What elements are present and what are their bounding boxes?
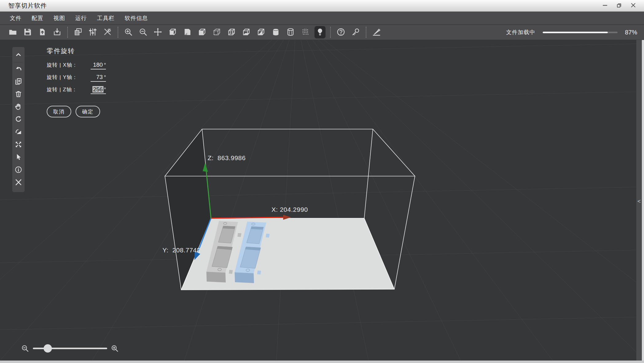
cylinder-solid-button[interactable] [270, 26, 281, 38]
degree-symbol: ° [104, 87, 106, 92]
menu-item-5[interactable]: 工具栏 [97, 14, 115, 22]
cancel-button[interactable]: 取消 [47, 106, 71, 117]
loading-progress-fill [543, 32, 608, 33]
delete-button[interactable] [13, 88, 24, 101]
export-model-icon [53, 27, 62, 37]
close-button[interactable] [629, 2, 638, 10]
adjust-params-button[interactable] [87, 26, 98, 38]
help-button[interactable] [335, 26, 346, 38]
restore-icon [616, 2, 623, 10]
slice-brush-button[interactable] [371, 26, 382, 38]
light-button[interactable] [314, 26, 326, 38]
rotation-row-z: 旋转 | Z轴 :256° [47, 86, 127, 98]
view-flip-button[interactable] [182, 26, 193, 38]
bottom-edge-strip [0, 361, 644, 363]
toolbar: 文件加载中 87% [0, 25, 644, 40]
menu-item-6[interactable]: 软件信息 [125, 14, 148, 22]
toolbar-group-2 [72, 26, 113, 38]
confirm-button[interactable]: 确定 [76, 106, 100, 117]
view-solid-icon [168, 27, 177, 37]
mirror-rotate-icon [14, 128, 22, 137]
view-dotted-icon [212, 27, 221, 37]
export-model-button[interactable] [52, 26, 63, 38]
panel-collapse-chevron[interactable]: < [637, 198, 641, 205]
file-loading-indicator: 文件加载中 87% [506, 29, 644, 36]
fit-view-icon [14, 140, 22, 149]
view-section-icon [256, 27, 266, 37]
view-bottom-button[interactable] [241, 26, 252, 38]
menu-item-4[interactable]: 运行 [75, 14, 87, 22]
view-dotted-button[interactable] [211, 26, 222, 38]
view-hidden-button[interactable] [226, 26, 237, 38]
window-controls [600, 2, 644, 10]
view-solid-button[interactable] [167, 26, 178, 38]
zoom-out-icon[interactable] [21, 344, 29, 354]
fit-view-button[interactable] [13, 139, 24, 151]
menu-item-1[interactable]: 文件 [10, 14, 21, 22]
right-panel-edge [642, 40, 644, 361]
select-cursor-button[interactable] [13, 151, 24, 164]
key-button[interactable] [350, 26, 361, 38]
cylinder-wireframe-icon [286, 27, 295, 37]
mirror-rotate-button[interactable] [13, 126, 24, 139]
undo-icon [14, 65, 22, 74]
rotate-button[interactable] [13, 113, 24, 126]
rotation-field-z[interactable]: 256° [91, 86, 106, 94]
slice-brush-icon [372, 27, 381, 37]
open-file-button[interactable] [7, 26, 18, 38]
toolbar-separator [118, 27, 118, 38]
degree-symbol: ° [104, 62, 106, 68]
move-model-button[interactable] [152, 26, 163, 38]
undo-button[interactable] [13, 63, 24, 76]
zoom-in-icon[interactable] [111, 344, 119, 354]
zoom-slider-handle[interactable] [44, 344, 52, 353]
rotation-field-x[interactable]: 180° [91, 61, 106, 69]
duplicate-button[interactable] [13, 76, 24, 88]
select-cursor-icon [14, 153, 22, 162]
repair-button[interactable] [13, 176, 24, 189]
light-icon [315, 27, 325, 37]
key-icon [351, 27, 360, 37]
rotation-value-x[interactable]: 180 [92, 61, 103, 68]
zoom-out-button[interactable] [138, 26, 149, 38]
import-model-button[interactable] [37, 26, 48, 38]
point-cloud-button[interactable] [300, 26, 311, 38]
toolbar-group-3 [123, 26, 326, 38]
restore-button[interactable] [615, 2, 624, 10]
rotation-field-y[interactable]: 73° [91, 74, 106, 82]
rotation-value-z[interactable]: 256 [92, 86, 103, 93]
cylinder-wireframe-button[interactable] [285, 26, 296, 38]
rotation-label-x: 旋转 | X轴 : [47, 61, 88, 69]
toolbar-group-5 [371, 26, 382, 38]
side-toolbar [12, 47, 25, 192]
view-face-button[interactable] [197, 26, 208, 38]
save-file-button[interactable] [22, 26, 33, 38]
delete-icon [14, 90, 22, 99]
close-icon [630, 2, 637, 10]
side-toolbar-separator [14, 62, 23, 62]
help-icon [336, 27, 345, 37]
view-hidden-icon [227, 27, 236, 37]
collapse-up-button[interactable] [13, 49, 24, 61]
menu-item-3[interactable]: 视图 [53, 14, 65, 22]
viewport-zoom-control [21, 342, 120, 355]
copy-plate-button[interactable] [72, 26, 84, 38]
tools-button[interactable] [102, 26, 113, 38]
rotation-label-y: 旋转 | Y轴 : [47, 74, 88, 81]
loading-progress-bar [543, 32, 618, 33]
toolbar-separator [330, 27, 331, 38]
window-title: 智享切片软件 [8, 2, 47, 10]
view-flip-icon [183, 27, 192, 37]
pan-hand-button[interactable] [13, 101, 24, 113]
rotation-value-y[interactable]: 73 [96, 74, 103, 80]
import-model-icon [38, 27, 47, 37]
adjust-params-icon [88, 27, 97, 37]
menu-item-2[interactable]: 配置 [32, 14, 43, 22]
info-button[interactable] [13, 164, 24, 176]
zoom-in-button[interactable] [123, 26, 134, 38]
view-section-button[interactable] [256, 26, 267, 38]
rotation-row-x: 旋转 | X轴 :180° [47, 61, 127, 74]
move-model-icon [153, 27, 162, 37]
cylinder-solid-icon [271, 27, 280, 37]
minimize-button[interactable] [600, 2, 610, 10]
